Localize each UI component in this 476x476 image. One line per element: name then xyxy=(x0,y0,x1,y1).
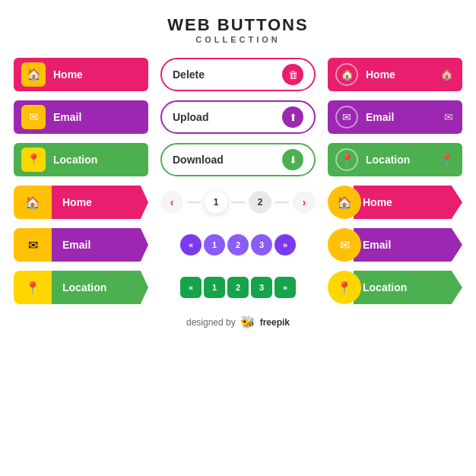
ribbon-home-label: Home xyxy=(52,186,148,219)
page-1-btn[interactable]: 1 xyxy=(205,191,227,214)
arrow-location-label: Location xyxy=(354,271,462,304)
flat-home-button[interactable]: 🏠 Home xyxy=(14,58,148,91)
bubble-home-icon: 🏠 xyxy=(335,63,358,86)
bubble-home-button[interactable]: 🏠 Home 🏠 xyxy=(328,58,462,91)
page-title-block: WEB BUTTONS COLLECTION xyxy=(167,15,308,44)
upload-icon: ⬆ xyxy=(282,106,303,128)
page3-2-btn[interactable]: 2 xyxy=(227,277,249,298)
arrow-email-button[interactable]: ✉ Email xyxy=(328,228,462,262)
bubble-location-icon-r: 📍 xyxy=(440,154,453,166)
arrow-email-icon: ✉ xyxy=(328,228,361,262)
arrow-location-button[interactable]: 📍 Location xyxy=(328,271,462,304)
page-subtitle: COLLECTION xyxy=(167,35,308,44)
next-page-btn[interactable]: › xyxy=(293,191,316,214)
ribbon-home-icon: 🏠 xyxy=(14,186,52,219)
next2-btn[interactable]: » xyxy=(274,234,296,255)
delete-icon: 🗑 xyxy=(282,64,303,85)
arrow-email-label: Email xyxy=(354,228,462,262)
flat-email-label: Email xyxy=(53,111,81,123)
arrow-location-icon: 📍 xyxy=(328,271,361,304)
ribbon-home-button[interactable]: 🏠 Home xyxy=(14,186,148,219)
ribbon-email-label: Email xyxy=(52,228,148,262)
bubble-location-button[interactable]: 📍 Location 📍 xyxy=(328,143,462,176)
bubble-home-label: Home xyxy=(366,68,433,81)
bubble-email-label: Email xyxy=(366,111,436,123)
page-2-btn[interactable]: 2 xyxy=(249,191,271,214)
prev2-btn[interactable]: « xyxy=(180,234,202,255)
button-grid: 🏠 Home Delete 🗑 🏠 Home 🏠 ✉ Email Upload … xyxy=(14,58,462,304)
arrow-home-icon: 🏠 xyxy=(328,186,361,219)
ribbon-location-label: Location xyxy=(52,271,148,304)
page-title: WEB BUTTONS xyxy=(167,15,308,35)
location-icon-box: 📍 xyxy=(21,148,46,172)
outline-download-label: Download xyxy=(173,154,224,166)
pagination-2: « 1 2 3 » xyxy=(160,228,316,262)
page3-1-btn[interactable]: 1 xyxy=(204,277,225,298)
email-icon-box: ✉ xyxy=(21,105,46,129)
pagination-3: « 1 2 3 » xyxy=(160,271,316,304)
bubble-location-label: Location xyxy=(366,154,433,166)
footer: designed by 🐝 freepik xyxy=(186,315,290,329)
page2-1-btn[interactable]: 1 xyxy=(204,234,225,255)
outline-delete-button[interactable]: Delete 🗑 xyxy=(160,58,316,91)
page2-2-btn[interactable]: 2 xyxy=(227,234,249,255)
page-connector-3 xyxy=(275,202,289,203)
flat-email-button[interactable]: ✉ Email xyxy=(14,100,148,134)
page2-3-btn[interactable]: 3 xyxy=(251,234,272,255)
ribbon-location-button[interactable]: 📍 Location xyxy=(14,271,148,304)
flat-location-label: Location xyxy=(53,154,97,166)
arrow-home-label: Home xyxy=(354,186,462,219)
outline-download-button[interactable]: Download ⬇ xyxy=(160,143,316,176)
footer-brand: freepik xyxy=(260,317,290,328)
bubble-email-icon: ✉ xyxy=(335,106,358,129)
page-connector-1 xyxy=(187,202,201,203)
prev-page-btn[interactable]: ‹ xyxy=(160,191,183,214)
bubble-location-icon: 📍 xyxy=(335,148,358,171)
outline-delete-label: Delete xyxy=(173,68,205,81)
ribbon-email-button[interactable]: ✉ Email xyxy=(14,228,148,262)
flat-location-button[interactable]: 📍 Location xyxy=(14,143,148,176)
ribbon-location-icon: 📍 xyxy=(14,271,52,304)
bubble-email-button[interactable]: ✉ Email ✉ xyxy=(328,100,462,134)
freepik-logo: 🐝 xyxy=(240,315,255,329)
bubble-home-arrow: 🏠 xyxy=(440,68,453,81)
footer-text: designed by xyxy=(186,317,236,328)
flat-home-label: Home xyxy=(53,68,83,81)
ribbon-email-icon: ✉ xyxy=(14,228,52,262)
home-icon-box: 🏠 xyxy=(21,62,46,87)
outline-upload-button[interactable]: Upload ⬆ xyxy=(160,100,316,134)
bubble-email-icon-r: ✉ xyxy=(444,111,453,123)
page3-3-btn[interactable]: 3 xyxy=(251,277,272,298)
prev3-btn[interactable]: « xyxy=(180,277,202,298)
pagination-1: ‹ 1 2 › xyxy=(160,186,316,219)
download-icon: ⬇ xyxy=(282,149,303,170)
arrow-home-button[interactable]: 🏠 Home xyxy=(328,186,462,219)
next3-btn[interactable]: » xyxy=(274,277,296,298)
page-connector-2 xyxy=(231,202,245,203)
outline-upload-label: Upload xyxy=(173,111,208,123)
